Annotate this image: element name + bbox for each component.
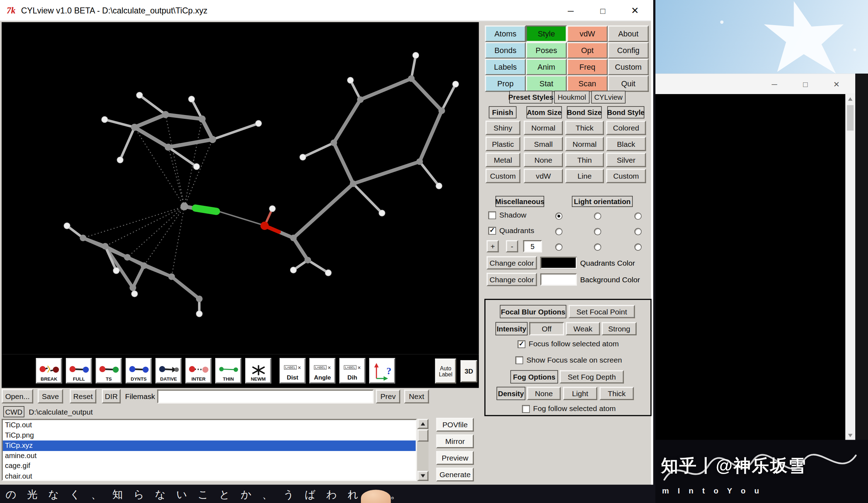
change-quadrants-color-button[interactable]: Change color [487,256,537,270]
shadow-checkbox[interactable] [488,211,496,219]
finish-plastic-button[interactable]: Plastic [485,137,521,151]
auto-label-button[interactable]: Auto Label [435,359,456,383]
molecule-render[interactable] [2,22,479,354]
scrollbar-up-button[interactable] [418,419,429,429]
bondstyle-colored-button[interactable]: Colored [606,121,646,135]
intensity-weak-button[interactable]: Weak [566,322,600,335]
mirror-button[interactable]: Mirror [436,434,474,448]
focus-follow-checkbox[interactable] [518,340,525,348]
light-orientation-radio[interactable] [555,228,562,235]
bondstyle-custom-button[interactable]: Custom [606,169,646,183]
atomsize-none-button[interactable]: None [524,153,563,167]
finish-shiny-button[interactable]: Shiny [485,121,521,135]
light-orientation-radio[interactable] [594,243,601,250]
fog-options-label[interactable]: Fog Options [510,370,558,384]
file-listbox[interactable]: TiCp.out TiCp.png TiCp.xyz amine.out cag… [2,419,417,481]
molecule-viewport[interactable] [2,22,479,354]
file-list-item[interactable]: chair.out [3,472,416,481]
show-focus-scale-checkbox[interactable] [515,356,523,364]
generate-button[interactable]: Generate [436,468,474,481]
intensity-strong-button[interactable]: Strong [602,322,637,335]
quadrant-increase-button[interactable]: + [487,240,499,252]
file-list-scrollbar[interactable] [418,419,429,481]
density-thick-button[interactable]: Thick [599,387,634,400]
light-orientation-radio[interactable] [594,213,601,220]
nav-about-button[interactable]: About [608,25,649,42]
quadrant-decrease-button[interactable]: - [506,240,518,252]
scrollbar-down-button[interactable] [418,471,429,481]
atomsize-normal-button[interactable]: Normal [524,121,563,135]
cylview-preset-button[interactable]: CYLview [591,91,626,104]
open-button[interactable]: Open... [2,389,33,404]
nav-config-button[interactable]: Config [608,42,649,59]
tool-dative-button[interactable]: DATIVE [156,358,182,383]
light-orientation-radio[interactable] [594,228,601,235]
titlebar[interactable]: 7k CYLview v1.0 BETA - D:\calculate_outp… [0,0,651,21]
nav-quit-button[interactable]: Quit [608,75,649,92]
atomsize-vdw-button[interactable]: vdW [524,169,563,183]
nav-poses-button[interactable]: Poses [526,42,567,59]
background-window-titlebar[interactable]: ─ □ ✕ [655,74,855,94]
file-list-item[interactable]: TiCp.png [3,430,416,440]
save-button[interactable]: Save [38,389,63,404]
quadrants-checkbox[interactable] [488,227,496,235]
light-orientation-radio[interactable] [634,228,642,235]
light-orientation-radio[interactable] [634,213,642,220]
atom-titanium[interactable] [195,208,216,211]
tool-thin-button[interactable]: THIN [215,358,242,383]
tool-full-button[interactable]: FULL [66,358,92,383]
tool-inter-button[interactable]: INTER [185,358,212,383]
tool-break-button[interactable]: BREAK [36,358,62,383]
nav-custom-button[interactable]: Custom [608,59,649,75]
nav-anim-button[interactable]: Anim [526,59,567,75]
light-orientation-radio[interactable] [555,243,562,250]
filemask-input[interactable] [157,389,374,403]
file-list-item-selected[interactable]: TiCp.xyz [3,441,416,451]
quadrant-count-input[interactable] [523,240,542,252]
prev-button[interactable]: Prev [376,389,400,403]
bondsize-thin-button[interactable]: Thin [565,153,604,167]
houkmol-button[interactable]: Houkmol [554,91,590,104]
atomsize-small-button[interactable]: Small [524,137,563,151]
maximize-button-icon[interactable]: □ [587,0,619,21]
minimize-button-icon[interactable]: ─ [555,0,587,21]
file-list-item[interactable]: cage.gif [3,461,416,472]
change-background-color-button[interactable]: Change color [487,273,537,286]
scrollbar-up-button[interactable] [845,94,855,104]
povfile-button[interactable]: POVfile [436,418,474,432]
preview-button[interactable]: Preview [436,451,474,465]
nav-vdw-button[interactable]: vdW [567,25,608,42]
set-focal-point-button[interactable]: Set Focal Point [569,305,635,318]
nav-stat-button[interactable]: Stat [526,75,567,92]
background-window-scrollbar[interactable] [845,94,855,440]
fog-follow-checkbox[interactable] [522,405,530,412]
finish-custom-button[interactable]: Custom [485,169,521,183]
bondsize-normal-button[interactable]: Normal [565,137,604,151]
nav-bonds-button[interactable]: Bonds [485,42,526,59]
tool-ts-button[interactable]: TS [96,358,122,383]
nav-atoms-button[interactable]: Atoms [485,25,526,42]
bondstyle-silver-button[interactable]: Silver [606,153,646,167]
scrollbar-down-button[interactable] [845,430,855,440]
tool-label-dih-button[interactable]: LABEL× Dih [339,358,366,383]
bondstyle-black-button[interactable]: Black [606,137,646,151]
focal-blur-options-label[interactable]: Focal Blur Options [500,305,567,318]
metal-carbon-atom[interactable] [180,203,188,210]
bondsize-line-button[interactable]: Line [565,169,604,183]
nav-prop-button[interactable]: Prop [485,75,526,92]
set-fog-depth-button[interactable]: Set Fog Depth [560,370,624,384]
light-orientation-radio[interactable] [634,243,642,250]
preset-styles-label[interactable]: Preset Styles [509,91,552,104]
scrollbar-thumb[interactable] [418,429,429,441]
3d-button[interactable]: 3D [461,360,477,382]
minimize-button-icon[interactable]: ─ [759,74,790,94]
dir-button[interactable]: DIR [102,389,121,404]
tool-label-angle-button[interactable]: LABEL× Angle [310,358,336,383]
intensity-off-button[interactable]: Off [529,322,564,335]
density-none-button[interactable]: None [527,387,561,400]
nav-freq-button[interactable]: Freq [567,59,608,75]
tool-dynts-button[interactable]: DYNTS [126,358,152,383]
file-list-item[interactable]: TiCp.out [3,420,416,430]
nav-labels-button[interactable]: Labels [485,59,526,75]
scrollbar-thumb[interactable] [847,105,854,131]
